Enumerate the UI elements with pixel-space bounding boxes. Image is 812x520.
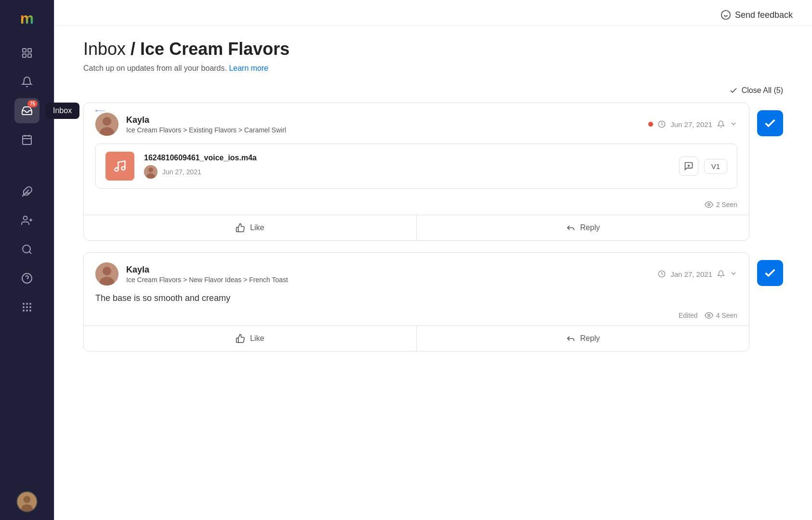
notification-card-2: Kayla Ice Cream Flavors > New Flavor Ide… xyxy=(83,252,749,351)
card-header-2: Kayla Ice Cream Flavors > New Flavor Ide… xyxy=(84,253,749,291)
attachment-thumb-1 xyxy=(105,152,134,181)
svg-point-19 xyxy=(23,303,25,305)
svg-point-27 xyxy=(29,310,31,312)
sidebar-nav: 75 Inbox xyxy=(0,40,54,491)
svg-rect-0 xyxy=(23,49,26,52)
unread-dot-1 xyxy=(648,122,653,127)
add-comment-icon xyxy=(684,161,694,171)
attachment-info-1: 1624810609461_voice_ios.m4a Jun 27, 2021 xyxy=(144,154,669,179)
attachment-name-1: 1624810609461_voice_ios.m4a xyxy=(144,154,669,162)
svg-point-50 xyxy=(707,314,710,317)
svg-point-41 xyxy=(148,168,153,172)
sidebar-item-notifications[interactable] xyxy=(14,69,39,94)
svg-point-15 xyxy=(23,245,30,253)
reply-button-2[interactable]: Reply xyxy=(417,326,749,351)
breadcrumb-text-1: Ice Cream Flavors > Existing Flavors > C… xyxy=(126,126,286,134)
sidebar-item-help[interactable] xyxy=(14,266,39,291)
app-logo: m xyxy=(16,8,38,29)
sidebar-bottom xyxy=(16,491,38,512)
page-subtitle: Catch up on updates from all your boards… xyxy=(83,64,783,73)
like-button-1[interactable]: Like xyxy=(84,215,417,240)
card-header-info-1: Kayla Ice Cream Flavors > Existing Flavo… xyxy=(126,115,641,134)
sidebar-item-calendar[interactable] xyxy=(14,127,39,152)
check-icon-2 xyxy=(763,266,777,280)
card-breadcrumb-1: Ice Cream Flavors > Existing Flavors > C… xyxy=(126,126,641,134)
like-label-1: Like xyxy=(250,223,264,232)
attachment-date-1: Jun 27, 2021 xyxy=(162,168,201,176)
close-all-label: Close All (5) xyxy=(742,86,783,95)
card-header-1: Kayla Ice Cream Flavors > Existing Flavo… xyxy=(84,103,749,142)
sidebar-item-integrations[interactable] xyxy=(14,179,39,204)
bell-icon-1 xyxy=(717,120,725,128)
subtitle-text: Catch up on updates from all your boards… xyxy=(83,64,227,72)
sidebar-item-apps[interactable] xyxy=(14,295,39,320)
attachment-area-1: 1624810609461_voice_ios.m4a Jun 27, 2021 xyxy=(95,143,737,189)
svg-point-22 xyxy=(23,306,25,308)
svg-point-39 xyxy=(122,167,125,170)
top-bar: Send feedback xyxy=(54,0,812,26)
card-body-2: The base is so smooth and creamy xyxy=(84,291,749,307)
svg-point-47 xyxy=(103,267,111,275)
seen-row-1: 2 Seen xyxy=(84,196,749,215)
music-icon xyxy=(113,159,127,173)
sidebar: m 75 Inbox xyxy=(0,0,54,520)
sidebar-item-invite[interactable] xyxy=(14,208,39,233)
close-all-bar: Close All (5) xyxy=(83,80,783,103)
user-avatar-2 xyxy=(95,262,118,286)
svg-point-38 xyxy=(115,168,118,171)
comment-text-2: The base is so smooth and creamy xyxy=(95,293,230,303)
svg-rect-3 xyxy=(28,54,31,57)
seen-row-2: Edited 4 Seen xyxy=(84,307,749,325)
like-icon-1 xyxy=(236,223,245,233)
user-avatar-1 xyxy=(95,113,118,136)
svg-point-35 xyxy=(103,117,111,126)
sidebar-item-inbox[interactable]: 75 Inbox xyxy=(14,98,39,123)
seen-count-1: 2 Seen xyxy=(716,201,737,208)
like-button-2[interactable]: Like xyxy=(84,326,417,351)
svg-rect-1 xyxy=(28,49,31,52)
card-date-2: Jan 27, 2021 xyxy=(670,270,712,278)
svg-point-26 xyxy=(26,310,28,312)
svg-rect-6 xyxy=(23,136,31,144)
svg-point-24 xyxy=(29,306,31,308)
action-bar-1: Like Reply xyxy=(84,215,749,240)
like-label-2: Like xyxy=(250,334,264,343)
card-breadcrumb-2: Ice Cream Flavors > New Flavor Ideas > F… xyxy=(126,276,650,284)
card-user-name-2: Kayla xyxy=(126,265,650,275)
close-all-button[interactable]: Close All (5) xyxy=(729,86,783,95)
reply-button-1[interactable]: Reply xyxy=(417,215,749,240)
logo-text: m xyxy=(20,11,34,26)
svg-rect-2 xyxy=(23,54,26,57)
check-icon-1 xyxy=(763,117,777,130)
card-date-1: Jun 27, 2021 xyxy=(670,120,712,129)
user-avatar[interactable] xyxy=(16,491,38,512)
chevron-down-2[interactable] xyxy=(730,270,737,279)
card-meta-2: Jan 27, 2021 xyxy=(658,270,737,279)
feedback-icon xyxy=(720,10,731,20)
sidebar-item-search[interactable] xyxy=(14,237,39,262)
inbox-badge: 75 xyxy=(27,100,38,107)
like-icon-2 xyxy=(236,334,245,343)
sidebar-item-home[interactable] xyxy=(14,40,39,65)
attachment-avatar-1 xyxy=(144,165,157,179)
check-button-1[interactable] xyxy=(757,110,783,136)
send-feedback-button[interactable]: Send feedback xyxy=(720,10,793,20)
action-bar-2: Like Reply xyxy=(84,325,749,351)
svg-point-45 xyxy=(707,204,710,206)
attachment-sub-1: Jun 27, 2021 xyxy=(144,165,669,179)
reply-icon-2 xyxy=(566,334,576,343)
chevron-down-1[interactable] xyxy=(730,120,737,129)
check-button-2[interactable] xyxy=(757,260,783,286)
main-content: Send feedback Inbox / Ice Cream Flavors … xyxy=(54,0,812,520)
version-button-1[interactable]: V1 xyxy=(704,159,727,174)
add-comment-button-1[interactable] xyxy=(679,156,698,176)
clock-icon-1 xyxy=(658,120,666,128)
bell-icon-2 xyxy=(717,270,725,278)
learn-more-link[interactable]: Learn more xyxy=(229,64,268,72)
page-title-main: / Ice Cream Flavors xyxy=(126,39,289,59)
reply-icon-1 xyxy=(566,223,576,233)
seen-count-2: 4 Seen xyxy=(716,312,737,319)
close-all-icon xyxy=(729,86,738,95)
card-header-info-2: Kayla Ice Cream Flavors > New Flavor Ide… xyxy=(126,265,650,284)
content-area: Close All (5) Kayla xyxy=(54,80,812,520)
